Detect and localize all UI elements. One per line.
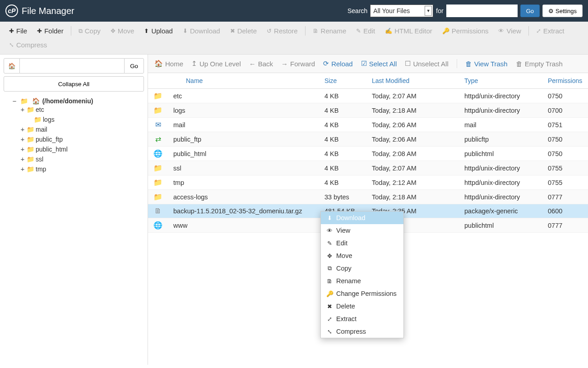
- up-one-level-button[interactable]: ↥Up One Level: [191, 60, 241, 68]
- view-button[interactable]: 👁View: [494, 24, 525, 37]
- cell-name: www: [168, 218, 319, 233]
- col-modified-header[interactable]: Last Modified: [366, 73, 459, 89]
- context-menu-item[interactable]: ✎Edit: [321, 237, 403, 249]
- delete-button[interactable]: ✖Delete: [226, 24, 261, 37]
- restore-icon: ↺: [267, 28, 272, 34]
- table-row[interactable]: ⇄public_ftp4 KBToday, 2:06 AMpublicftp07…: [148, 132, 588, 147]
- tree-item-label: tmp: [36, 166, 46, 173]
- table-row[interactable]: 📁access-logs33 bytesToday, 2:18 AMhttpd/…: [148, 190, 588, 204]
- cell-type: package/x-generic: [459, 204, 542, 218]
- unselect-all-button[interactable]: ☐Unselect All: [405, 60, 448, 68]
- trash-icon: 🗑: [516, 60, 523, 68]
- col-permissions-header[interactable]: Permissions: [542, 73, 588, 89]
- copy-icon: ⧉: [79, 28, 83, 35]
- permissions-button[interactable]: 🔑Permissions: [438, 24, 493, 37]
- restore-button[interactable]: ↺Restore: [262, 24, 302, 37]
- collapse-all-button[interactable]: Collapse All: [4, 76, 144, 92]
- app-title: File Manager: [22, 6, 74, 16]
- context-menu-item[interactable]: ⬇Download: [321, 212, 403, 224]
- col-type-header[interactable]: Type: [459, 73, 542, 89]
- cell-modified: Today, 2:12 AM: [366, 175, 459, 190]
- cell-name: backup-11.5.2018_02-35-32_domeniu.tar.gz: [168, 204, 319, 218]
- back-button[interactable]: ←Back: [249, 60, 273, 68]
- file-button[interactable]: ✚File: [5, 24, 32, 37]
- forward-button[interactable]: →Forward: [281, 60, 315, 68]
- square-icon: ☐: [405, 60, 411, 68]
- plus-icon[interactable]: +: [20, 106, 25, 113]
- trash-icon: 🗑: [465, 60, 472, 68]
- table-row[interactable]: 📁ssl4 KBToday, 2:07 AMhttpd/unix-directo…: [148, 161, 588, 175]
- col-size-header[interactable]: Size: [319, 73, 366, 89]
- context-menu-item[interactable]: 🔑Change Permissions: [321, 287, 403, 300]
- table-row[interactable]: 📁tmp4 KBToday, 2:12 AMhttpd/unix-directo…: [148, 175, 588, 190]
- plus-icon[interactable]: +: [20, 136, 25, 143]
- edit-button[interactable]: ✎Edit: [352, 24, 380, 37]
- go-button[interactable]: Go: [520, 5, 540, 17]
- home-path-button[interactable]: 🏠: [4, 58, 20, 74]
- cell-size: 4 KB: [319, 175, 366, 190]
- home-button[interactable]: 🏠Home: [154, 60, 183, 68]
- home-icon: 🏠: [8, 63, 16, 69]
- reload-button[interactable]: ⟳Reload: [323, 60, 353, 68]
- move-button[interactable]: ✥Move: [106, 24, 139, 37]
- upload-button[interactable]: ⬆Upload: [139, 24, 177, 37]
- rename-button[interactable]: 🗎Rename: [308, 24, 351, 37]
- context-menu-item[interactable]: 🗎Rename: [321, 275, 403, 287]
- path-input[interactable]: [20, 58, 124, 74]
- context-menu-item[interactable]: ✥Move: [321, 249, 403, 262]
- select-all-button[interactable]: ☑Select All: [361, 60, 397, 68]
- compress-button[interactable]: ⤡Compress: [5, 38, 51, 51]
- search-scope-select[interactable]: All Your Files ▼: [370, 5, 433, 17]
- download-button[interactable]: ⬇Download: [178, 24, 225, 37]
- file-table: Name Size Last Modified Type Permissions…: [148, 73, 588, 233]
- col-name-header[interactable]: Name: [168, 73, 319, 89]
- empty-trash-button[interactable]: 🗑Empty Trash: [516, 60, 563, 68]
- folder-button[interactable]: ✚Folder: [32, 24, 68, 37]
- times-icon: ✖: [230, 28, 235, 34]
- cell-name: public_ftp: [168, 132, 319, 147]
- compress-icon: ⤡: [9, 41, 14, 48]
- check-icon: ☑: [361, 60, 367, 68]
- tree-item[interactable]: 📁logs: [20, 115, 144, 124]
- cell-type: httpd/unix-directory: [459, 89, 542, 103]
- tree-item[interactable]: +📁tmp: [20, 164, 144, 174]
- tree-item[interactable]: +📁public_ftp: [20, 134, 144, 144]
- minus-icon[interactable]: −: [12, 97, 17, 105]
- plus-icon[interactable]: +: [20, 166, 25, 173]
- plus-icon[interactable]: +: [20, 146, 25, 153]
- folder-icon: 📁: [153, 179, 162, 186]
- search-input[interactable]: [446, 5, 518, 17]
- expand-icon: ⤢: [536, 28, 541, 34]
- cell-modified: Today, 2:07 AM: [366, 161, 459, 175]
- tree-item[interactable]: +📁ssl: [20, 154, 144, 164]
- tree-item[interactable]: +📁mail: [20, 124, 144, 134]
- copy-button[interactable]: ⧉Copy: [74, 24, 105, 37]
- cell-name: access-logs: [168, 190, 319, 204]
- context-menu-item[interactable]: ⤢Extract: [321, 313, 403, 325]
- context-menu-item[interactable]: 👁View: [321, 224, 403, 237]
- context-menu-item[interactable]: ⤡Compress: [321, 325, 403, 338]
- cell-modified: Today, 2:08 AM: [366, 147, 459, 161]
- context-menu-item[interactable]: ✖Delete: [321, 300, 403, 313]
- context-menu-label: Change Permissions: [336, 290, 397, 297]
- tree-item[interactable]: +📁etc: [20, 105, 144, 115]
- extract-button[interactable]: ⤢Extract: [532, 24, 569, 37]
- file-icon: 🗎: [313, 28, 319, 34]
- upload-icon: ⬆: [144, 28, 149, 34]
- table-row[interactable]: 📁etc4 KBToday, 2:07 AMhttpd/unix-directo…: [148, 89, 588, 103]
- table-row[interactable]: 📁logs4 KBToday, 2:18 AMhttpd/unix-direct…: [148, 103, 588, 118]
- settings-button[interactable]: ⚙ Settings: [542, 5, 583, 17]
- plus-icon[interactable]: +: [20, 156, 25, 163]
- transfer-icon: ⇄: [155, 135, 161, 143]
- path-go-button[interactable]: Go: [124, 58, 144, 74]
- html-editor-button[interactable]: ✍HTML Editor: [380, 24, 437, 37]
- tree-item[interactable]: +📁public_html: [20, 144, 144, 154]
- context-menu-label: Edit: [336, 239, 347, 247]
- copy-icon: ⧉: [326, 265, 333, 272]
- context-menu-item[interactable]: ⧉Copy: [321, 262, 403, 275]
- table-row[interactable]: ✉mail4 KBToday, 2:06 AMmail0751: [148, 118, 588, 132]
- view-trash-button[interactable]: 🗑View Trash: [465, 60, 508, 68]
- table-row[interactable]: 🌐public_html4 KBToday, 2:08 AMpublichtml…: [148, 147, 588, 161]
- tree-root[interactable]: − 📁 🏠 (/home/domeniu) +📁etc 📁logs+📁mail+…: [12, 96, 144, 175]
- plus-icon[interactable]: +: [20, 126, 25, 133]
